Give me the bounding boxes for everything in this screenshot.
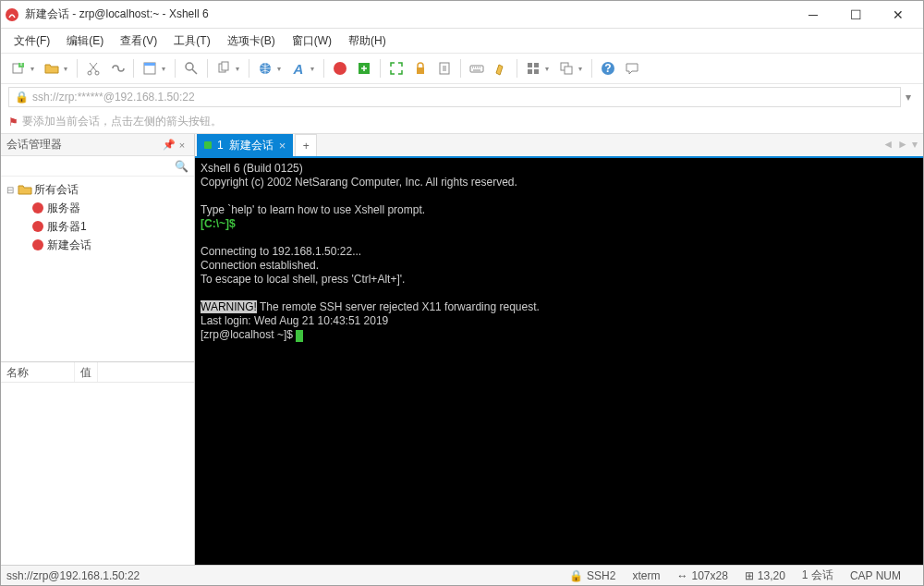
lock-icon[interactable] bbox=[410, 58, 431, 79]
close-button[interactable]: ✕ bbox=[877, 1, 919, 29]
tree-root[interactable]: ⊟ 所有会话 bbox=[3, 180, 192, 199]
maximize-button[interactable]: ☐ bbox=[834, 1, 877, 29]
col-name[interactable]: 名称 bbox=[1, 362, 75, 382]
svg-text:+: + bbox=[18, 61, 24, 69]
svg-point-25 bbox=[32, 202, 43, 214]
status-protocol: 🔒SSH2 bbox=[569, 569, 615, 582]
menu-bar: 文件(F) 编辑(E) 查看(V) 工具(T) 选项卡(B) 窗口(W) 帮助(… bbox=[1, 29, 923, 53]
dropdown-icon[interactable]: ▾ bbox=[310, 65, 318, 73]
panel-close-icon[interactable]: × bbox=[176, 140, 188, 151]
address-input[interactable]: 🔒 ssh://zrp:******@192.168.1.50:22 bbox=[8, 87, 901, 107]
help-icon[interactable]: ? bbox=[598, 58, 618, 79]
address-dropdown-icon[interactable]: ▾ bbox=[901, 91, 916, 104]
properties-icon[interactable] bbox=[140, 58, 160, 79]
svg-point-27 bbox=[32, 239, 43, 250]
tab-prev-icon[interactable]: ◄ bbox=[882, 138, 894, 151]
tree-item[interactable]: 服务器 bbox=[3, 199, 192, 217]
tile-icon[interactable] bbox=[523, 58, 543, 79]
menu-help[interactable]: 帮助(H) bbox=[341, 31, 394, 52]
term-warning-text: The remote SSH server rejected X11 forwa… bbox=[257, 300, 540, 313]
tree-item[interactable]: 新建会话 bbox=[3, 236, 192, 254]
dropdown-icon[interactable]: ▾ bbox=[162, 65, 169, 73]
col-value[interactable]: 值 bbox=[75, 362, 98, 382]
status-dot-icon bbox=[204, 141, 212, 149]
keyboard-icon[interactable] bbox=[467, 58, 487, 79]
properties-panel: 名称 值 bbox=[1, 361, 194, 565]
menu-file[interactable]: 文件(F) bbox=[6, 31, 57, 52]
toolbar: +▾ ▾ ▾ ▾ ▾ A▾ ▾ ▾ ? bbox=[1, 53, 923, 84]
globe-icon[interactable] bbox=[255, 58, 275, 79]
tab-add-button[interactable]: + bbox=[295, 134, 317, 156]
svg-rect-20 bbox=[534, 69, 539, 74]
menu-window[interactable]: 窗口(W) bbox=[285, 31, 339, 52]
term-line: To escape to local shell, press 'Ctrl+Al… bbox=[201, 273, 405, 286]
collapse-icon[interactable]: ⊟ bbox=[6, 185, 18, 195]
dropdown-icon[interactable]: ▾ bbox=[277, 65, 285, 73]
status-term: xterm bbox=[632, 569, 660, 582]
panel-search[interactable]: 🔍 bbox=[1, 156, 194, 177]
search-icon[interactable] bbox=[181, 58, 201, 79]
fullscreen-icon[interactable] bbox=[386, 58, 407, 79]
tip-text: 要添加当前会话，点击左侧的箭头按钮。 bbox=[22, 114, 222, 129]
menu-tabs[interactable]: 选项卡(B) bbox=[220, 31, 283, 52]
highlight-icon[interactable] bbox=[491, 58, 511, 79]
cursor-icon bbox=[296, 330, 303, 342]
status-cursor: ⊞13,20 bbox=[745, 569, 785, 582]
svg-rect-18 bbox=[534, 63, 539, 67]
svg-point-26 bbox=[32, 221, 43, 232]
search-small-icon: 🔍 bbox=[175, 160, 188, 173]
tab-menu-icon[interactable]: ▾ bbox=[912, 138, 918, 151]
terminal[interactable]: Xshell 6 (Build 0125) Copyright (c) 2002… bbox=[195, 158, 923, 565]
font-icon[interactable]: A bbox=[288, 58, 309, 79]
new-session-icon[interactable]: + bbox=[8, 58, 29, 79]
panel-header: 会话管理器 📌 × bbox=[1, 134, 194, 156]
session-icon bbox=[30, 201, 45, 215]
session-icon bbox=[30, 219, 45, 234]
cascade-icon[interactable] bbox=[556, 58, 577, 79]
window-title: 新建会话 - zrp@localhost:~ - Xshell 6 bbox=[25, 6, 792, 22]
open-session-icon[interactable] bbox=[42, 58, 62, 79]
tree-item[interactable]: 服务器1 bbox=[3, 217, 192, 236]
folder-icon bbox=[18, 182, 32, 197]
dropdown-icon[interactable]: ▾ bbox=[236, 65, 243, 73]
tab-label: 新建会话 bbox=[229, 138, 274, 153]
term-line: Connecting to 192.168.1.50:22... bbox=[201, 245, 361, 258]
tab-close-icon[interactable]: × bbox=[279, 139, 286, 153]
address-bar: 🔒 ssh://zrp:******@192.168.1.50:22 ▾ bbox=[1, 84, 923, 110]
session-tree[interactable]: ⊟ 所有会话 服务器 服务器1 新建会话 bbox=[1, 177, 194, 361]
svg-rect-22 bbox=[565, 67, 572, 74]
term-line: Connection established. bbox=[201, 259, 319, 272]
menu-view[interactable]: 查看(V) bbox=[113, 31, 164, 52]
menu-edit[interactable]: 编辑(E) bbox=[59, 31, 111, 52]
term-warning-tag: WARNING! bbox=[201, 300, 257, 313]
title-bar: 新建会话 - zrp@localhost:~ - Xshell 6 ─ ☐ ✕ bbox=[1, 1, 923, 29]
menu-tools[interactable]: 工具(T) bbox=[166, 31, 217, 52]
svg-rect-17 bbox=[528, 63, 532, 67]
cut-icon[interactable] bbox=[83, 58, 103, 79]
tab-next-icon[interactable]: ► bbox=[897, 138, 908, 151]
content-area: 1 新建会话 × + ◄ ► ▾ Xshell 6 (Build 0125) C… bbox=[195, 134, 923, 565]
session-icon bbox=[30, 238, 45, 252]
dropdown-icon[interactable]: ▾ bbox=[578, 65, 586, 73]
svg-point-8 bbox=[186, 63, 193, 70]
copy-icon[interactable] bbox=[213, 58, 234, 79]
dropdown-icon[interactable]: ▾ bbox=[30, 65, 38, 73]
properties-header: 名称 值 bbox=[1, 362, 194, 383]
minimize-button[interactable]: ─ bbox=[792, 1, 834, 29]
session-manager-panel: 会话管理器 📌 × 🔍 ⊟ 所有会话 服务器 服务器1 新建会话 bbox=[1, 134, 195, 565]
svg-rect-14 bbox=[417, 67, 424, 74]
dropdown-icon[interactable]: ▾ bbox=[545, 65, 553, 73]
tab-active[interactable]: 1 新建会话 × bbox=[197, 134, 293, 156]
link-icon[interactable] bbox=[107, 58, 128, 79]
dropdown-icon[interactable]: ▾ bbox=[64, 65, 71, 73]
status-size: ↔107x28 bbox=[676, 569, 727, 582]
app-icon bbox=[5, 7, 19, 22]
xshell-icon[interactable] bbox=[330, 58, 350, 79]
xftp-icon[interactable] bbox=[354, 58, 374, 79]
scroll-lock-icon[interactable] bbox=[434, 58, 455, 79]
size-icon: ↔ bbox=[676, 569, 687, 582]
feedback-icon[interactable] bbox=[622, 58, 642, 79]
term-prompt-remote: [zrp@localhost ~]$ bbox=[201, 328, 296, 341]
pin-icon[interactable]: 📌 bbox=[163, 139, 176, 151]
tree-root-label: 所有会话 bbox=[34, 182, 79, 198]
